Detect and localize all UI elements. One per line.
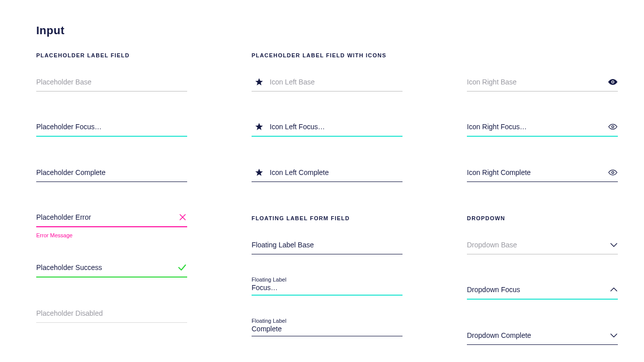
dropdown-complete-text: Dropdown Complete [467, 331, 600, 339]
eye-icon[interactable] [603, 78, 618, 85]
placeholder-disabled-field: Placeholder Disabled [36, 304, 187, 323]
icon-left-base-text: Icon Left Base [270, 78, 403, 86]
icon-right-focus-field[interactable]: Icon Right Focus… [467, 118, 618, 137]
dropdown-complete-field[interactable]: Dropdown Complete [467, 326, 618, 345]
floating-complete-field[interactable]: Floating Label Complete [252, 318, 403, 336]
dropdown-base-text: Dropdown Base [467, 241, 600, 249]
placeholder-error-field[interactable]: Placeholder Error Error Message [36, 208, 187, 238]
floating-base-text: Floating Label Base [252, 236, 314, 254]
floating-focus-text: Focus… [252, 284, 278, 292]
section-label-placeholder: PLACEHOLDER LABEL FIELD [36, 52, 187, 58]
floating-complete-text: Complete [252, 325, 282, 333]
icon-right-focus-text: Icon Right Focus… [467, 123, 600, 131]
star-icon [252, 77, 267, 86]
svg-point-1 [612, 81, 613, 82]
placeholder-focus-field[interactable]: Placeholder Focus… [36, 118, 187, 137]
floating-base-field[interactable]: Floating Label Base [252, 235, 403, 254]
icon-right-base-field[interactable]: Icon Right Base [467, 72, 618, 92]
icon-left-focus-text: Icon Left Focus… [270, 123, 403, 131]
icon-right-complete-field[interactable]: Icon Right Complete [467, 163, 618, 182]
dropdown-focus-text: Dropdown Focus [467, 286, 600, 294]
icon-right-complete-text: Icon Right Complete [467, 168, 600, 176]
section-label-floating: FLOATING LABEL FORM FIELD [252, 215, 403, 221]
placeholder-success-field[interactable]: Placeholder Success [36, 258, 187, 278]
floating-focus-field[interactable]: Floating Label Focus… [252, 277, 403, 296]
placeholder-focus-text: Placeholder Focus… [36, 123, 187, 131]
col-placeholder: PLACEHOLDER LABEL FIELD Placeholder Base… [36, 49, 187, 362]
error-message: Error Message [36, 232, 187, 238]
star-icon [252, 122, 267, 131]
dropdown-base-field[interactable]: Dropdown Base [467, 235, 618, 254]
section-label-icons: PLACEHOLDER LABEL FIELD WITH ICONS [252, 52, 403, 58]
chevron-down-icon [603, 333, 618, 338]
placeholder-disabled-text: Placeholder Disabled [36, 309, 187, 317]
icon-left-base-field[interactable]: Icon Left Base [252, 72, 403, 92]
svg-point-3 [612, 171, 614, 173]
icon-left-complete-field[interactable]: Icon Left Complete [252, 163, 403, 182]
close-icon [172, 213, 187, 222]
eye-outline-icon[interactable] [603, 123, 618, 130]
floating-complete-label: Floating Label [252, 318, 403, 324]
placeholder-complete-field[interactable]: Placeholder Complete [36, 163, 187, 182]
icon-left-focus-field[interactable]: Icon Left Focus… [252, 118, 403, 137]
icon-left-complete-text: Icon Left Complete [270, 168, 403, 176]
placeholder-complete-text: Placeholder Complete [36, 168, 187, 176]
eye-outline-icon[interactable] [603, 169, 618, 176]
section-label-dropdown: DROPDOWN [467, 215, 618, 221]
star-icon [252, 168, 267, 177]
dropdown-focus-field[interactable]: Dropdown Focus [467, 281, 618, 300]
page-title: Input [36, 24, 608, 37]
placeholder-success-text: Placeholder Success [36, 263, 169, 272]
col-right: X Icon Right Base Icon Right Focus… Icon… [467, 49, 618, 362]
placeholder-base-text: Placeholder Base [36, 78, 187, 86]
check-icon [172, 262, 187, 273]
col-icons-floating: PLACEHOLDER LABEL FIELD WITH ICONS Icon … [252, 49, 403, 362]
placeholder-base-field[interactable]: Placeholder Base [36, 72, 187, 92]
svg-point-2 [612, 126, 614, 128]
chevron-down-icon [603, 242, 618, 247]
floating-focus-label: Floating Label [252, 277, 403, 283]
icon-right-base-text: Icon Right Base [467, 78, 600, 86]
chevron-up-icon [603, 287, 618, 292]
placeholder-error-text: Placeholder Error [36, 213, 169, 221]
